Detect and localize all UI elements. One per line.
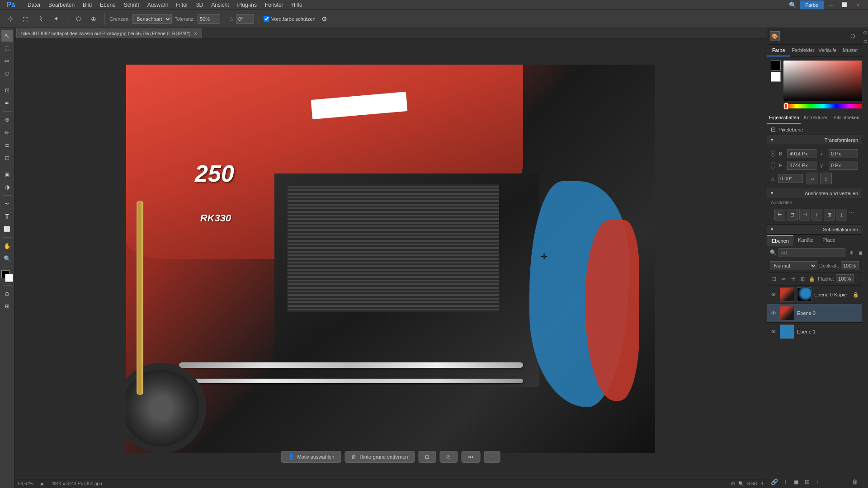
schnell-header[interactable]: ▾ Schnellaktionen (767, 225, 862, 235)
search-icon[interactable]: 🔍 (786, 0, 799, 11)
lock-all-icon[interactable]: 🔒 (808, 275, 816, 283)
flip-horizontal-button[interactable]: ↔ (807, 173, 818, 184)
layer-eye-icon-2[interactable]: 👁 (770, 328, 777, 335)
move-tool-icon[interactable]: ⊹ (4, 13, 16, 25)
menu-bild[interactable]: Bild (79, 1, 95, 9)
new-group-btn[interactable]: ⊞ (802, 477, 811, 486)
refine-button[interactable]: ◎ (439, 451, 458, 463)
eyedropper-tool[interactable]: ✒ (1, 97, 13, 109)
align-center-h-button[interactable]: ⊟ (787, 209, 797, 221)
align-right-button[interactable]: ⊣ (799, 209, 810, 221)
link-layers-btn[interactable]: 🔗 (770, 477, 779, 486)
settings-toolbar-button[interactable]: ≡ (484, 451, 500, 463)
minimize-icon[interactable]: — (825, 0, 837, 11)
layer-item-ebene0[interactable]: 👁 Ebene 0 (767, 304, 862, 323)
shape-tool[interactable]: ⬜ (1, 223, 13, 235)
tab-eigenschaften[interactable]: Eigenschaften (767, 112, 801, 124)
quick-select-icon[interactable]: ⊕ (87, 13, 100, 25)
menu-3d[interactable]: 3D (193, 1, 207, 9)
delete-layer-btn[interactable]: 🗑 (850, 477, 859, 486)
angle-input[interactable] (236, 14, 254, 24)
ausrichten-header[interactable]: ▾ Ausrichten und verteilen (767, 188, 862, 198)
brush-tool[interactable]: ✏ (1, 127, 13, 138)
text-tool[interactable]: T (1, 211, 13, 222)
foreground-color[interactable] (1, 270, 13, 282)
marquee-tool[interactable]: ⬚ (1, 42, 13, 54)
transform-button[interactable]: ⊞ (418, 451, 436, 463)
align-top-button[interactable]: ⊤ (811, 209, 822, 221)
close-icon[interactable]: ✕ (852, 0, 864, 11)
grenzen-select[interactable]: Benachbart (132, 14, 172, 24)
tab-verlaufe[interactable]: Verläufe (816, 45, 839, 56)
dodge-tool[interactable]: ◑ (1, 181, 13, 193)
color-icon[interactable]: 🎨 (770, 31, 780, 41)
grid-icon[interactable]: ⊞ (731, 481, 735, 486)
background-swatch[interactable] (771, 72, 781, 82)
lock-paint-icon[interactable]: ✏ (779, 275, 788, 283)
subject-select-icon[interactable]: ⬡ (72, 13, 85, 25)
tab-pfade[interactable]: Pfade (818, 235, 840, 246)
menu-auswahl[interactable]: Auswahl (144, 1, 171, 9)
tab-ebenen[interactable]: Ebenen (767, 235, 793, 246)
align-left-button[interactable]: ⊢ (774, 209, 785, 221)
menu-filter[interactable]: Filter (172, 1, 192, 9)
layer-item-ebene0kopie[interactable]: 👁 Ebene 0 Kopie 🔒 (767, 286, 862, 304)
more-button[interactable]: ••• (461, 451, 480, 463)
foreground-swatch[interactable] (771, 61, 781, 70)
add-effect-btn[interactable]: f (781, 477, 790, 486)
menu-fenster[interactable]: Fenster (261, 1, 287, 9)
menu-plugins[interactable]: Plug-ins (234, 1, 260, 9)
tab-bibliotheken[interactable]: Bibliotheken (831, 112, 862, 124)
far-right-icon-1[interactable]: ⊙ (862, 29, 868, 36)
fill-input[interactable] (836, 274, 854, 283)
tab-close-icon[interactable]: ✕ (193, 31, 197, 36)
pen-tool[interactable]: ✒ (1, 198, 13, 210)
tab-kanale[interactable]: Kanäle (793, 235, 818, 246)
menu-bearbeiten[interactable]: Bearbeiten (45, 1, 78, 9)
menu-ansicht[interactable]: Ansicht (208, 1, 232, 9)
y-input[interactable] (829, 161, 858, 170)
opacity-input[interactable] (841, 261, 859, 270)
add-mask-btn[interactable]: ◼ (792, 477, 801, 486)
gradient-tool[interactable]: ▣ (1, 169, 13, 180)
align-bottom-button[interactable]: ⊥ (836, 209, 847, 221)
menu-schrift[interactable]: Schrift (120, 1, 143, 9)
tab-farbe[interactable]: Farbe (767, 45, 790, 56)
lock-transparency-icon[interactable]: ⊡ (770, 275, 778, 283)
healing-tool[interactable]: ⊕ (1, 114, 13, 126)
motiv-auswahlen-button[interactable]: 👤 Motiv auswählen (281, 451, 341, 463)
tab-farbfelder[interactable]: Farbfelder (790, 45, 816, 56)
settings-icon[interactable]: ⚙ (318, 13, 331, 25)
panel-expand-icon[interactable]: ⬡ (846, 30, 859, 42)
layer-mask-icon[interactable]: ◼ (857, 249, 862, 257)
hintergrund-entfernen-button[interactable]: 🗑 Hintergrund entfernen (344, 451, 415, 463)
far-right-icon-2[interactable]: ⊡ (862, 38, 868, 45)
layer-eye-icon-1[interactable]: 👁 (770, 310, 777, 317)
tab-korrekturen[interactable]: Korrekturen (801, 112, 831, 124)
hand-tool[interactable]: ✋ (1, 240, 13, 252)
tab-muster[interactable]: Muster (839, 45, 862, 56)
x-input[interactable] (829, 149, 858, 158)
eraser-tool[interactable]: ◻ (1, 152, 13, 164)
zoom-icon[interactable]: 🔍 (738, 481, 744, 486)
color-spectrum[interactable] (783, 61, 862, 101)
selection-tool[interactable]: ↖ (1, 30, 13, 42)
flip-vertical-button[interactable]: ↕ (820, 173, 832, 184)
share-button[interactable]: Farbe (800, 0, 824, 9)
menu-ebene[interactable]: Ebene (96, 1, 119, 9)
new-layer-icon[interactable]: ⊕ (847, 249, 855, 257)
quick-mask-tool[interactable]: ⊙ (1, 288, 13, 300)
layer-item-ebene1[interactable]: 👁 Ebene 1 (767, 323, 862, 341)
document-tab[interactable]: bike-3073082 nattapol deejitwasin auf Pi… (16, 28, 202, 38)
width-input[interactable] (787, 149, 816, 158)
angle-field[interactable] (778, 174, 803, 183)
lock-position-icon[interactable]: ✛ (789, 275, 797, 283)
lasso-tool-icon[interactable]: ⌇ (34, 13, 47, 25)
chain-link-icon[interactable]: ⚭ (771, 150, 775, 157)
height-input[interactable] (787, 161, 816, 170)
layers-search-input[interactable] (778, 248, 845, 257)
crop-tool[interactable]: ⊡ (1, 84, 13, 96)
more-align-icon[interactable]: ··· (849, 209, 854, 221)
zoom-tool[interactable]: 🔍 (1, 253, 13, 264)
transform-header[interactable]: ▾ Transformieren (767, 135, 862, 145)
